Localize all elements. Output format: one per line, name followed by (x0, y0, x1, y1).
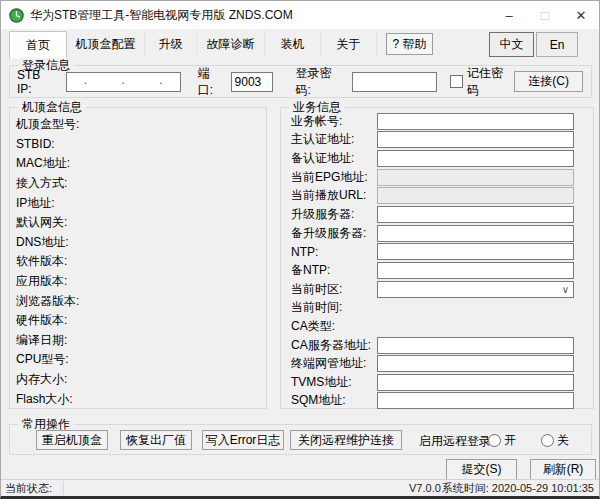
backup-auth-field[interactable] (377, 150, 574, 167)
field-label: 应用版本: (16, 273, 67, 290)
stb-info-row: Flash大小: (10, 389, 266, 409)
minimize-icon[interactable]: – (491, 1, 527, 29)
reboot-stb-button[interactable]: 重启机顶盒 (36, 430, 108, 450)
tab-stb-config[interactable]: 机顶盒配置 (67, 31, 145, 58)
remote-login-label: 启用远程登录: (419, 433, 494, 450)
field-label: CA类型: (291, 318, 377, 335)
field-label: STBID: (16, 137, 55, 151)
field-label: 备升级服务器: (291, 225, 377, 242)
status-bar: 当前状态: V7.0.0 系统时间: 2020-05-29 10:01:35 (1, 479, 599, 496)
ca-server-field[interactable] (377, 337, 574, 354)
ip-dot: . (159, 73, 162, 87)
chevron-down-icon: ∨ (562, 283, 569, 297)
remember-password-checkbox[interactable] (450, 75, 463, 88)
tab-install[interactable]: 装机 (265, 31, 321, 58)
field-label: 主认证地址: (291, 131, 377, 148)
submit-button[interactable]: 提交(S) (446, 459, 517, 480)
stb-ip-input[interactable]: . . . (66, 72, 181, 92)
field-label: 默认网关: (16, 214, 67, 231)
field-label: 接入方式: (16, 175, 67, 192)
field-label: MAC地址: (16, 155, 70, 172)
field-label: TVMS地址: (291, 374, 377, 391)
service-info-row: 备认证地址: (281, 149, 593, 168)
app-window: 华为STB管理工具-智能电视网专用版 ZNDS.COM – □ ✕ 首页机顶盒配… (0, 0, 600, 499)
port-input[interactable] (231, 72, 273, 92)
field-label: 硬件版本: (16, 312, 67, 329)
field-label: 编译日期: (16, 332, 67, 349)
lang-chinese-button[interactable]: 中文 (489, 32, 534, 57)
service-info-row: 业务帐号: (281, 112, 593, 131)
field-label: 当前EPG地址: (291, 169, 377, 186)
service-info-row: 当前EPG地址: (281, 168, 593, 187)
sqm-field[interactable] (377, 392, 574, 409)
system-time: 系统时间: 2020-05-29 10:01:35 (442, 480, 594, 496)
port-label: 端口: (198, 65, 225, 99)
app-icon (9, 8, 24, 23)
remote-login-on-option: 开 (488, 432, 516, 449)
stb-info-row: CPU型号: (10, 350, 266, 370)
stb-info-row: DNS地址: (10, 233, 266, 253)
tvms-field[interactable] (377, 374, 574, 391)
window-title: 华为STB管理工具-智能电视网专用版 ZNDS.COM (30, 7, 293, 24)
field-label: 当前时区: (291, 281, 377, 298)
connect-button[interactable]: 连接(C) (514, 71, 583, 92)
field-label: CA服务器地址: (291, 337, 377, 354)
backup-upgrade-server-field[interactable] (377, 225, 574, 242)
refresh-button[interactable]: 刷新(R) (530, 459, 596, 480)
stb-info-row: 内存大小: (10, 370, 266, 390)
field-label: 升级服务器: (291, 206, 377, 223)
stb-info-group-title: 机顶盒信息 (18, 100, 86, 114)
timezone-select[interactable]: ∨ (377, 281, 574, 298)
factory-reset-button[interactable]: 恢复出厂值 (120, 430, 192, 450)
remote-login-off-radio[interactable] (541, 434, 554, 447)
field-label: 内存大小: (16, 371, 67, 388)
login-group: 登录信息 STB IP: . . . 端口: 登录密码: 记住密码 连接(C) (9, 65, 592, 98)
ntp-field[interactable] (377, 243, 574, 260)
field-label: 备NTP: (291, 262, 377, 279)
service-info-row: 备NTP: (281, 261, 593, 280)
stb-ip-label: STB IP: (17, 68, 58, 96)
stb-info-row: 接入方式: (10, 174, 266, 194)
system-time-label: 系统时间: (442, 481, 489, 496)
password-input[interactable] (352, 72, 437, 92)
system-time-value: 2020-05-29 10:01:35 (492, 482, 594, 494)
tab-home[interactable]: 首页 (9, 31, 67, 59)
close-remote-maintenance-button[interactable]: 关闭远程维护连接 (290, 430, 402, 450)
account-field[interactable] (377, 113, 574, 130)
primary-auth-field[interactable] (377, 131, 574, 148)
stb-info-row: MAC地址: (10, 154, 266, 174)
lang-english-button[interactable]: En (536, 32, 578, 57)
field-label: CPU型号: (16, 351, 69, 368)
window-controls: – □ ✕ (491, 1, 599, 29)
service-info-row: 当前时区:∨ (281, 280, 593, 299)
terminal-nms-field[interactable] (377, 355, 574, 372)
field-label: 业务帐号: (291, 113, 377, 130)
field-label: NTP: (291, 245, 377, 259)
stb-info-row: IP地址: (10, 193, 266, 213)
remote-login-on-radio[interactable] (488, 434, 501, 447)
close-icon[interactable]: ✕ (563, 1, 599, 29)
field-label: 终端网管地址: (291, 355, 377, 372)
help-button[interactable]: ? 帮助 (386, 33, 433, 55)
current-status-label: 当前状态: (5, 480, 52, 496)
stb-info-row: 软件版本: (10, 252, 266, 272)
stb-info-row: 默认网关: (10, 213, 266, 233)
statusbar-divider (63, 481, 64, 495)
field-label: 浏览器版本: (16, 293, 79, 310)
tab-upgrade[interactable]: 升级 (145, 31, 197, 58)
stb-info-row: STBID: (10, 135, 266, 155)
tab-about[interactable]: 关于 (321, 31, 377, 58)
field-label: DNS地址: (16, 234, 69, 251)
field-label: 当前时间: (291, 299, 377, 316)
remember-password-label: 记住密码 (467, 65, 514, 99)
current-play-url-field (377, 187, 574, 204)
field-label: 当前播放URL: (291, 187, 377, 204)
service-info-row: NTP: (281, 242, 593, 261)
stb-info-row: 机顶盒型号: (10, 115, 266, 135)
backup-ntp-field[interactable] (377, 262, 574, 279)
tab-diagnosis[interactable]: 故障诊断 (197, 31, 265, 58)
current-epg-field (377, 169, 574, 186)
upgrade-server-field[interactable] (377, 206, 574, 223)
stb-info-row: 浏览器版本: (10, 291, 266, 311)
write-error-log-button[interactable]: 写入Error日志 (202, 430, 284, 450)
